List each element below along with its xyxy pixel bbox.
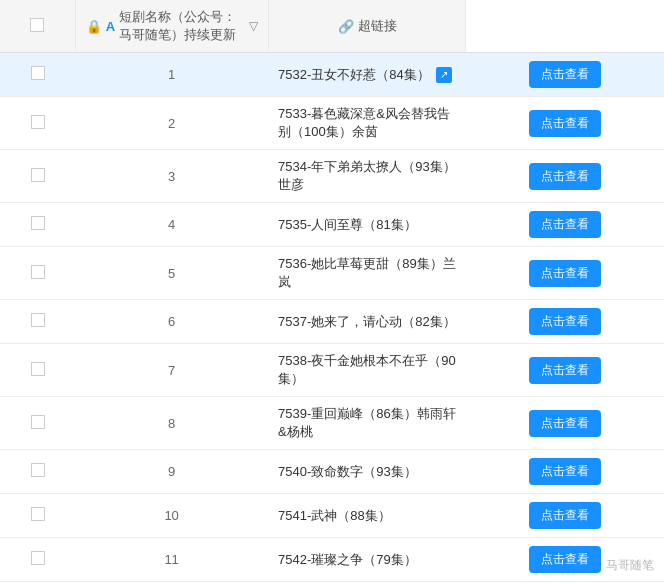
row-link-cell: 点击查看 <box>466 97 664 150</box>
row-checkbox-cell <box>0 150 75 203</box>
main-table-container: 🔒 A 短剧名称（公众号：马哥随笔）持续更新 ▽ 🔗 超链接 17532-丑女不… <box>0 0 664 584</box>
row-title: 7533-暮色藏深意&风会替我告别（100集）余茵 <box>268 97 466 150</box>
row-checkbox[interactable] <box>31 313 45 327</box>
row-link-cell: 点击查看 <box>466 538 664 582</box>
view-button[interactable]: 点击查看 <box>529 546 601 573</box>
row-checkbox-cell <box>0 300 75 344</box>
row-link-cell: 点击查看 <box>466 150 664 203</box>
title-text: 7532-丑女不好惹（84集） <box>278 66 430 84</box>
text-icon: A <box>106 19 115 34</box>
view-button[interactable]: 点击查看 <box>529 502 601 529</box>
row-title: 7540-致命数字（93集） <box>268 450 466 494</box>
table-row: 87539-重回巅峰（86集）韩雨轩&杨桃点击查看 <box>0 397 664 450</box>
link-chain-icon: 🔗 <box>338 19 354 34</box>
external-link-icon[interactable]: ↗ <box>436 67 452 83</box>
row-checkbox-cell <box>0 344 75 397</box>
row-checkbox[interactable] <box>31 362 45 376</box>
table-row: 67537-她来了，请心动（82集）点击查看 <box>0 300 664 344</box>
view-button[interactable]: 点击查看 <box>529 260 601 287</box>
row-title: 7542-璀璨之争（79集） <box>268 538 466 582</box>
select-all-checkbox[interactable] <box>30 18 44 32</box>
title-header-text: 短剧名称（公众号：马哥随笔）持续更新 <box>119 8 240 44</box>
table-body: 17532-丑女不好惹（84集）↗点击查看27533-暮色藏深意&风会替我告别（… <box>0 53 664 585</box>
row-checkbox-cell <box>0 450 75 494</box>
row-title: 7534-年下弟弟太撩人（93集）世彦 <box>268 150 466 203</box>
row-link-cell: 点击查看 <box>466 53 664 97</box>
view-button[interactable]: 点击查看 <box>529 308 601 335</box>
row-number: 1 <box>75 53 268 97</box>
row-title: 7536-她比草莓更甜（89集）兰岚 <box>268 247 466 300</box>
row-link-cell: 点击查看 <box>466 300 664 344</box>
row-checkbox[interactable] <box>31 551 45 565</box>
view-button[interactable]: 点击查看 <box>529 357 601 384</box>
row-number: 11 <box>75 538 268 582</box>
row-checkbox-cell <box>0 538 75 582</box>
row-number: 8 <box>75 397 268 450</box>
link-header: 🔗 超链接 <box>268 0 466 53</box>
table-row: 107541-武神（88集）点击查看 <box>0 494 664 538</box>
row-number: 9 <box>75 450 268 494</box>
row-checkbox[interactable] <box>31 463 45 477</box>
filter-icon[interactable]: ▽ <box>249 19 258 33</box>
row-number: 2 <box>75 97 268 150</box>
row-checkbox[interactable] <box>31 168 45 182</box>
view-button[interactable]: 点击查看 <box>529 110 601 137</box>
table-row: 17532-丑女不好惹（84集）↗点击查看 <box>0 53 664 97</box>
row-checkbox-cell <box>0 494 75 538</box>
row-number: 6 <box>75 300 268 344</box>
view-button[interactable]: 点击查看 <box>529 61 601 88</box>
row-link-cell: 点击查看 <box>466 450 664 494</box>
row-number: 10 <box>75 494 268 538</box>
row-link-cell: 点击查看 <box>466 397 664 450</box>
view-button[interactable]: 点击查看 <box>529 163 601 190</box>
row-title: 7541-武神（88集） <box>268 494 466 538</box>
row-checkbox-cell <box>0 247 75 300</box>
row-number: 3 <box>75 150 268 203</box>
first-row-title-wrapper: 7532-丑女不好惹（84集）↗ <box>278 66 456 84</box>
table-row: 77538-夜千金她根本不在乎（90集）点击查看 <box>0 344 664 397</box>
row-title: 7535-人间至尊（81集） <box>268 203 466 247</box>
table-header-row: 🔒 A 短剧名称（公众号：马哥随笔）持续更新 ▽ 🔗 超链接 <box>0 0 664 53</box>
table-row: 97540-致命数字（93集）点击查看 <box>0 450 664 494</box>
row-link-cell: 点击查看 <box>466 247 664 300</box>
table-row: 47535-人间至尊（81集）点击查看 <box>0 203 664 247</box>
row-checkbox[interactable] <box>31 265 45 279</box>
title-header: 🔒 A 短剧名称（公众号：马哥随笔）持续更新 ▽ <box>75 0 268 53</box>
view-button[interactable]: 点击查看 <box>529 211 601 238</box>
table-row: 57536-她比草莓更甜（89集）兰岚点击查看 <box>0 247 664 300</box>
data-table: 🔒 A 短剧名称（公众号：马哥随笔）持续更新 ▽ 🔗 超链接 17532-丑女不… <box>0 0 664 584</box>
row-checkbox-cell <box>0 53 75 97</box>
row-link-cell: 点击查看 <box>466 344 664 397</box>
table-row: 27533-暮色藏深意&风会替我告别（100集）余茵点击查看 <box>0 97 664 150</box>
row-checkbox-cell <box>0 203 75 247</box>
link-header-text: 超链接 <box>358 17 397 35</box>
row-checkbox-cell <box>0 97 75 150</box>
row-number: 4 <box>75 203 268 247</box>
row-link-cell: 点击查看 <box>466 494 664 538</box>
row-link-cell: 点击查看 <box>466 203 664 247</box>
row-title: 7538-夜千金她根本不在乎（90集） <box>268 344 466 397</box>
row-checkbox[interactable] <box>31 66 45 80</box>
lock-icon: 🔒 <box>86 19 102 34</box>
row-checkbox[interactable] <box>31 216 45 230</box>
row-title: 7532-丑女不好惹（84集）↗ <box>268 53 466 97</box>
view-button[interactable]: 点击查看 <box>529 458 601 485</box>
row-title: 7539-重回巅峰（86集）韩雨轩&杨桃 <box>268 397 466 450</box>
row-checkbox[interactable] <box>31 115 45 129</box>
row-title: 7537-她来了，请心动（82集） <box>268 300 466 344</box>
table-row: 37534-年下弟弟太撩人（93集）世彦点击查看 <box>0 150 664 203</box>
row-checkbox-cell <box>0 397 75 450</box>
row-number: 7 <box>75 344 268 397</box>
checkbox-header[interactable] <box>0 0 75 53</box>
row-checkbox[interactable] <box>31 415 45 429</box>
table-row: 117542-璀璨之争（79集）点击查看 <box>0 538 664 582</box>
view-button[interactable]: 点击查看 <box>529 410 601 437</box>
row-number: 5 <box>75 247 268 300</box>
row-checkbox[interactable] <box>31 507 45 521</box>
